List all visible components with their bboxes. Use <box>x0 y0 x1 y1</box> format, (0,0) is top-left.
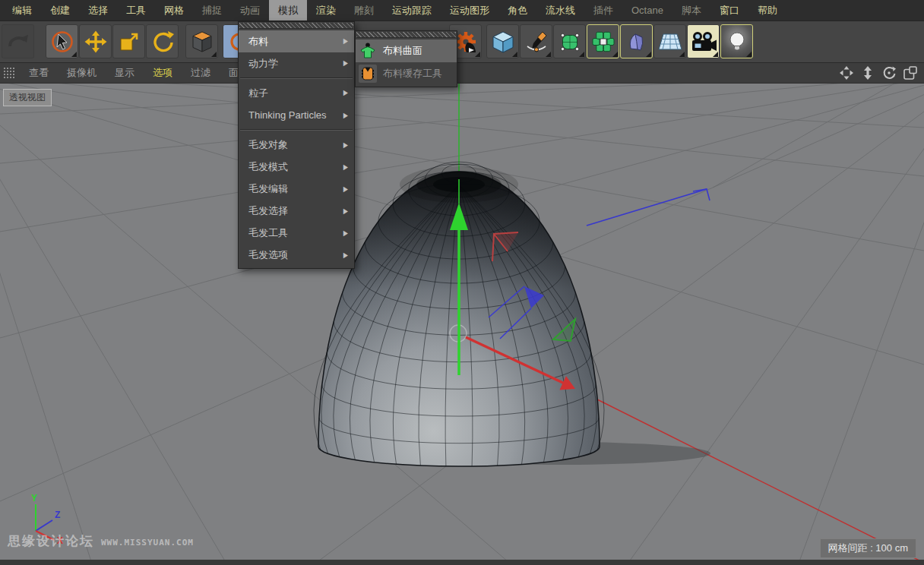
dropdown-item-label: 毛发工具 <box>248 226 288 240</box>
dropdown-item-11[interactable]: 毛发选项▶ <box>239 244 354 266</box>
environment-floor-button[interactable] <box>653 24 686 58</box>
dropdown-item-label: 毛发对象 <box>248 138 288 152</box>
submenu-arrow-icon: ▶ <box>343 111 348 119</box>
viewport-menu-item-2[interactable]: 显示 <box>106 63 144 83</box>
light-button[interactable] <box>720 24 753 58</box>
live-selection-button[interactable] <box>46 24 78 58</box>
gizmo-z-label: Z <box>55 510 60 520</box>
dropdown-item-label: 毛发模式 <box>248 160 288 174</box>
mograph-icon <box>591 30 615 54</box>
menubar-item-17[interactable]: 窗口 <box>710 0 748 21</box>
grid-spacing-status: 网格间距 : 100 cm <box>820 538 916 558</box>
mograph-button[interactable] <box>587 24 619 58</box>
flyout-corner-icon <box>713 52 718 57</box>
menubar: 编辑创建选择工具网格捕捉动画模拟渲染雕刻运动跟踪运动图形角色流水线插件Octan… <box>0 0 924 21</box>
submenu-arrow-icon: ▶ <box>343 37 348 46</box>
primitive-cube-icon <box>492 30 514 53</box>
submenu-arrow-icon: ▶ <box>343 207 348 215</box>
zoom-icon[interactable] <box>860 65 875 80</box>
flyout-corner-icon <box>475 52 480 57</box>
rotate-button[interactable] <box>146 24 179 58</box>
menubar-item-10[interactable]: 运动跟踪 <box>383 0 441 21</box>
scale-icon <box>119 31 140 52</box>
menubar-item-3[interactable]: 工具 <box>117 0 155 21</box>
submenu-tearoff-strip[interactable] <box>356 32 456 38</box>
menubar-item-14[interactable]: 插件 <box>584 0 622 21</box>
menubar-item-7[interactable]: 模拟 <box>269 0 307 21</box>
menubar-item-16[interactable]: 脚本 <box>672 0 710 21</box>
viewport-menu-item-4[interactable]: 过滤 <box>182 63 220 83</box>
menubar-item-8[interactable]: 渲染 <box>307 0 345 21</box>
menubar-item-6[interactable]: 动画 <box>231 0 269 21</box>
submenu-item-0[interactable]: 布料曲面 <box>356 39 457 62</box>
menubar-item-11[interactable]: 运动图形 <box>441 0 498 21</box>
viewport-name-label: 透视视图 <box>3 89 52 106</box>
menubar-item-18[interactable]: 帮助 <box>748 0 786 21</box>
submenu-arrow-icon: ▶ <box>343 163 348 171</box>
menubar-item-1[interactable]: 创建 <box>41 0 79 21</box>
primitive-cube-button[interactable] <box>486 24 519 58</box>
dropdown-item-9[interactable]: 毛发选择▶ <box>239 200 354 222</box>
dropdown-item-10[interactable]: 毛发工具▶ <box>239 222 354 244</box>
undo-button[interactable] <box>2 24 34 58</box>
viewport-menu-item-3[interactable]: 选项 <box>144 63 182 83</box>
watermark: 思缘设计论坛 WWW.MISSYUAN.COM <box>8 532 194 550</box>
viewport-menubar: 查看摄像机显示选项过滤面板 <box>0 62 924 84</box>
menubar-item-9[interactable]: 雕刻 <box>345 0 383 21</box>
spline-pen-icon <box>525 30 548 53</box>
flyout-corner-icon <box>746 52 752 57</box>
rotate-icon <box>151 30 174 53</box>
maximize-icon[interactable] <box>903 65 918 80</box>
make-editable-button[interactable] <box>185 24 218 58</box>
menubar-item-4[interactable]: 网格 <box>155 0 193 21</box>
menubar-item-2[interactable]: 选择 <box>79 0 117 21</box>
flyout-corner-icon <box>512 52 517 57</box>
dropdown-item-label: 动力学 <box>248 57 278 71</box>
rotate-view-icon[interactable] <box>881 65 897 80</box>
menu-tearoff-strip[interactable] <box>239 23 353 29</box>
camera-icon <box>690 31 717 52</box>
submenu-arrow-icon: ▶ <box>343 229 348 237</box>
dropdown-item-label: 毛发编辑 <box>248 182 288 196</box>
spline-pen-button[interactable] <box>520 24 552 58</box>
submenu-arrow-icon: ▶ <box>343 89 348 97</box>
move-button[interactable] <box>79 24 112 58</box>
cloth-cache-icon <box>359 65 377 83</box>
menubar-item-5[interactable]: 捕捉 <box>193 0 231 21</box>
dropdown-item-0[interactable]: 布料▶ <box>239 30 354 52</box>
deformer-icon <box>625 30 648 53</box>
window-bottom-edge <box>0 560 924 565</box>
flyout-corner-icon <box>679 52 685 57</box>
menubar-item-0[interactable]: 编辑 <box>3 0 41 21</box>
pan-icon[interactable] <box>839 65 854 80</box>
watermark-title: 思缘设计论坛 <box>8 532 94 550</box>
dropdown-item-8[interactable]: 毛发编辑▶ <box>239 178 354 200</box>
menubar-item-13[interactable]: 流水线 <box>536 0 584 21</box>
viewport-canvas[interactable]: YZX 透视视图 思缘设计论坛 WWW.MISSYUAN.COM 网格间距 : … <box>0 84 924 565</box>
dropdown-item-label: 毛发选择 <box>248 204 288 218</box>
dropdown-item-3[interactable]: 粒子▶ <box>239 82 354 104</box>
toolbar <box>0 21 924 63</box>
viewport-menu-item-1[interactable]: 摄像机 <box>58 63 106 83</box>
viewport-drag-handle-icon[interactable] <box>3 67 15 79</box>
submenu-item-label: 布料曲面 <box>383 44 422 58</box>
3d-scene[interactable]: YZX <box>0 84 924 565</box>
scale-button[interactable] <box>112 24 145 58</box>
subdivision-surface-button[interactable] <box>553 24 586 58</box>
submenu-item-1[interactable]: 布料缓存工具 <box>356 62 457 85</box>
cloth-surface-icon <box>359 42 377 60</box>
dropdown-item-1[interactable]: 动力学▶ <box>239 52 354 74</box>
menubar-item-12[interactable]: 角色 <box>498 0 536 21</box>
live-selection-icon <box>51 30 74 53</box>
flyout-corner-icon <box>211 52 217 57</box>
deformer-button[interactable] <box>620 24 653 58</box>
submenu-item-label: 布料缓存工具 <box>383 67 442 80</box>
viewport-menu-item-0[interactable]: 查看 <box>20 63 58 83</box>
dropdown-item-7[interactable]: 毛发模式▶ <box>239 156 354 178</box>
cloth-submenu: 布料曲面布料缓存工具 <box>355 30 457 87</box>
dropdown-item-4[interactable]: Thinking Particles▶ <box>239 104 354 126</box>
viewport-menu-items: 查看摄像机显示选项过滤面板 <box>20 63 258 83</box>
dropdown-item-6[interactable]: 毛发对象▶ <box>239 134 354 156</box>
menubar-item-15[interactable]: Octane <box>622 0 672 21</box>
camera-button[interactable] <box>687 24 720 58</box>
